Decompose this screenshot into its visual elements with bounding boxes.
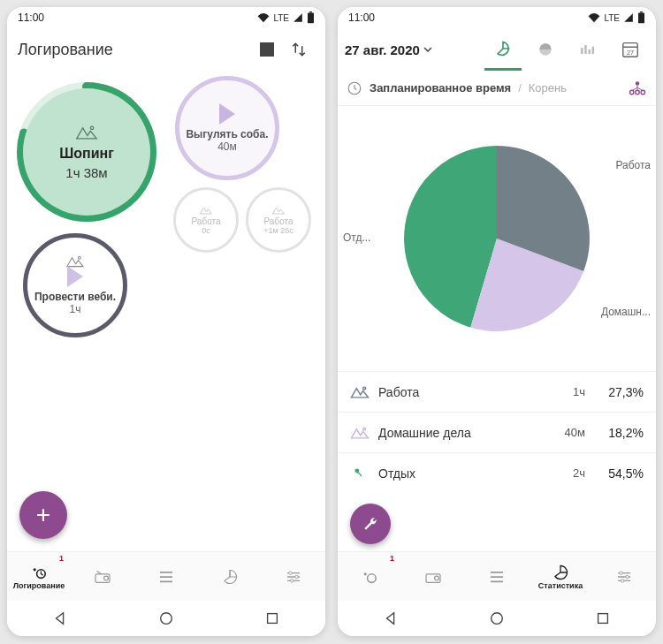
back-icon[interactable] xyxy=(383,610,399,626)
signal-icon xyxy=(293,12,303,23)
tab-calendar[interactable]: 27 xyxy=(612,28,649,71)
network-label: LTE xyxy=(273,13,289,23)
breadcrumb-root: Корень xyxy=(529,81,567,95)
legend-row-rest[interactable]: Отдых 2ч 54,5% xyxy=(338,452,656,493)
bubble-label: Работа xyxy=(192,216,221,226)
legend-name: Домашние дела xyxy=(378,426,537,440)
nav-pomodoro[interactable] xyxy=(71,552,134,601)
bottom-nav: 1 Статистика xyxy=(338,551,656,601)
phone-left: 11:00 LTE Логирование Шопинг 1ч 38м Вы xyxy=(7,7,325,636)
nav-logging[interactable]: 1 xyxy=(338,552,401,601)
svg-point-6 xyxy=(79,256,81,259)
wifi-icon xyxy=(588,12,600,23)
nav-list[interactable] xyxy=(465,552,529,601)
recent-icon[interactable] xyxy=(264,610,280,626)
svg-point-11 xyxy=(289,571,293,574)
status-bar: 11:00 LTE xyxy=(338,7,656,28)
svg-rect-37 xyxy=(598,614,608,624)
activity-bubble-shopping[interactable]: Шопинг 1ч 38м xyxy=(16,81,157,223)
pie-icon xyxy=(222,569,238,585)
activity-bubble-dog[interactable]: Выгулять соба. 40м xyxy=(175,76,279,180)
sort-button[interactable] xyxy=(283,34,315,65)
mountain-icon xyxy=(350,426,370,440)
date-picker[interactable]: 27 авг. 2020 xyxy=(345,42,432,57)
legend-duration: 1ч xyxy=(546,385,585,398)
tools-fab[interactable] xyxy=(350,504,391,544)
status-time: 11:00 xyxy=(18,11,44,24)
calendar-icon: 27 xyxy=(621,40,640,59)
radio-icon xyxy=(424,570,442,584)
svg-point-5 xyxy=(90,126,93,129)
breadcrumb-bar: Запланированное время / Корень xyxy=(338,71,656,106)
nav-list[interactable] xyxy=(134,552,198,601)
svg-rect-1 xyxy=(309,11,312,12)
tab-pie[interactable] xyxy=(484,28,522,71)
play-icon xyxy=(67,266,83,287)
legend-name: Работа xyxy=(378,385,537,399)
svg-point-24 xyxy=(636,90,640,95)
system-nav xyxy=(7,601,325,636)
signal-icon xyxy=(623,12,634,23)
legend-percent: 18,2% xyxy=(594,426,644,440)
home-icon[interactable] xyxy=(158,610,174,626)
legend-name: Отдых xyxy=(378,466,537,481)
play-icon xyxy=(219,103,235,125)
sliders-icon xyxy=(616,571,632,583)
date-label: 27 авг. 2020 xyxy=(345,42,420,57)
breadcrumb-sep: / xyxy=(518,81,522,95)
nav-label: Статистика xyxy=(538,581,583,590)
bubble-label: Провести веби. xyxy=(34,291,116,303)
svg-text:27: 27 xyxy=(627,49,634,57)
clock-icon xyxy=(347,80,362,96)
legend-duration: 40м xyxy=(546,426,585,439)
mountain-icon xyxy=(271,206,286,215)
nav-stats[interactable] xyxy=(198,552,262,601)
page-title: Логирование xyxy=(18,41,251,59)
status-time: 11:00 xyxy=(348,11,375,24)
nav-stats[interactable]: Статистика xyxy=(529,552,592,601)
home-icon[interactable] xyxy=(489,610,505,626)
svg-point-12 xyxy=(295,575,299,579)
add-fab[interactable]: + xyxy=(19,491,67,539)
nav-settings[interactable] xyxy=(592,552,656,601)
recent-icon[interactable] xyxy=(595,610,611,626)
bottom-nav: 1 Логирование xyxy=(7,551,325,601)
pie-icon xyxy=(552,564,568,580)
hierarchy-icon[interactable] xyxy=(628,80,647,96)
svg-point-32 xyxy=(435,576,439,580)
mountain-icon xyxy=(199,206,213,215)
bubble-label: Шопинг xyxy=(59,146,114,162)
legend-row-home[interactable]: Домашние дела 40м 18,2% xyxy=(338,412,656,452)
activity-bubble-work-2[interactable]: Работа +1м 26с xyxy=(246,187,311,253)
pie-label-home: Домашн... xyxy=(601,306,651,318)
legend-row-work[interactable]: Работа 1ч 27,3% xyxy=(338,371,656,412)
pie-chart[interactable]: Работа Домашн... Отд... xyxy=(338,106,656,371)
svg-point-10 xyxy=(104,576,109,580)
system-nav xyxy=(338,601,656,636)
svg-point-35 xyxy=(621,579,625,582)
tab-stacked[interactable] xyxy=(527,28,564,71)
dropdown-icon xyxy=(423,47,432,52)
network-label: LTE xyxy=(604,13,620,23)
bubble-time: +1м 26с xyxy=(263,226,293,235)
pie-label-rest: Отд... xyxy=(343,231,370,244)
list-icon xyxy=(158,571,174,583)
svg-point-28 xyxy=(354,468,359,473)
plus-icon: + xyxy=(36,501,50,529)
bubble-label: Выгулять соба. xyxy=(186,128,268,140)
nav-settings[interactable] xyxy=(262,552,325,601)
legend-list: Работа 1ч 27,3% Домашние дела 40м 18,2% … xyxy=(338,371,656,493)
tab-bars[interactable] xyxy=(569,28,606,71)
nav-logging[interactable]: 1 Логирование xyxy=(7,552,71,601)
stop-button[interactable] xyxy=(251,34,283,65)
nav-pomodoro[interactable] xyxy=(401,552,465,601)
pie-label-work: Работа xyxy=(615,159,651,171)
dot-icon xyxy=(350,466,370,481)
svg-point-27 xyxy=(363,428,366,430)
activity-bubble-work-1[interactable]: Работа 0с xyxy=(173,187,239,253)
back-icon[interactable] xyxy=(52,610,68,626)
mountain-icon xyxy=(75,125,98,140)
app-bar: Логирование xyxy=(7,28,325,71)
activity-bubble-webinar[interactable]: Провести веби. 1ч xyxy=(23,233,127,337)
svg-rect-17 xyxy=(640,11,643,12)
